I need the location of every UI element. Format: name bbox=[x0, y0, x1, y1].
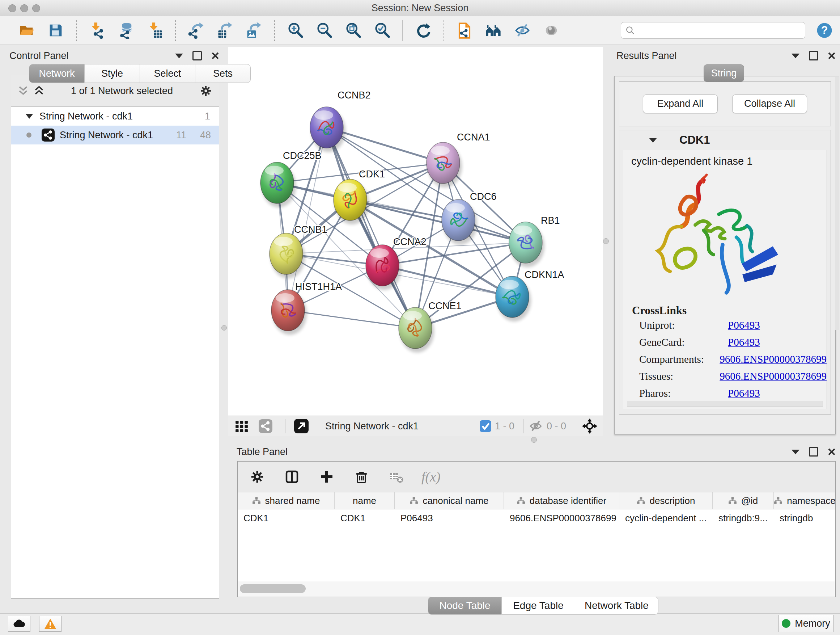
share-view-button[interactable] bbox=[256, 417, 275, 435]
network-edge-CCNB2-CCNE1[interactable] bbox=[327, 127, 415, 328]
status-bar: Memory bbox=[0, 613, 840, 635]
add-column-button[interactable] bbox=[317, 467, 336, 486]
crosslink-link[interactable]: 9606.ENSP00000378699 bbox=[720, 353, 827, 365]
network-node-CCNB2[interactable]: CCNB2 bbox=[310, 90, 371, 152]
crosslink-link[interactable]: P06493 bbox=[728, 319, 760, 331]
memory-button[interactable]: Memory bbox=[778, 615, 834, 632]
tab-style[interactable]: Style bbox=[85, 64, 140, 83]
zoom-fit-button[interactable] bbox=[344, 21, 363, 40]
zoom-in-button[interactable] bbox=[286, 21, 305, 40]
selected-checkbox-icon[interactable] bbox=[480, 420, 491, 432]
network-node-CCNB1[interactable]: CCNB1 bbox=[270, 224, 327, 279]
scrollbar-thumb[interactable] bbox=[240, 584, 306, 593]
collapse-all-icon[interactable] bbox=[34, 86, 44, 96]
column-header-database-identifier[interactable]: database identifier bbox=[504, 492, 619, 509]
section-collapse-icon[interactable] bbox=[649, 138, 657, 143]
delete-column-button[interactable] bbox=[352, 467, 371, 486]
export-table-button[interactable] bbox=[216, 21, 234, 40]
zoom-out-button[interactable] bbox=[315, 21, 333, 40]
tab-network-table[interactable]: Network Table bbox=[575, 597, 658, 615]
network-node-CCNE1[interactable]: CCNE1 bbox=[399, 301, 462, 353]
column-header-@id[interactable]: @id bbox=[713, 492, 774, 509]
refresh-button[interactable] bbox=[414, 21, 433, 40]
warning-icon bbox=[44, 618, 57, 630]
tab-edge-table[interactable]: Edge Table bbox=[502, 597, 575, 615]
expand-all-button[interactable]: Expand All bbox=[643, 95, 718, 113]
network-edge-HIST1H1A-CCNE1[interactable] bbox=[288, 310, 415, 328]
cloud-icon bbox=[13, 619, 26, 629]
hidden-eye-icon[interactable] bbox=[529, 419, 543, 433]
save-session-button[interactable] bbox=[46, 21, 65, 40]
network-node-RB1[interactable]: RB1 bbox=[509, 215, 560, 267]
table-settings-button[interactable] bbox=[248, 467, 267, 486]
gene-section-header[interactable]: CDK1 bbox=[619, 130, 831, 150]
close-panel-icon[interactable] bbox=[828, 52, 836, 60]
horizontal-splitter-handle[interactable] bbox=[531, 437, 537, 443]
control-panel: Control Panel NetworkStyleSelectSets 1 o… bbox=[2, 47, 224, 613]
table-cell: CDK1 bbox=[335, 509, 395, 527]
import-network-from-file-button[interactable] bbox=[88, 21, 106, 40]
gear-icon[interactable] bbox=[199, 84, 212, 97]
network-collection-row[interactable]: String Network - cdk1 1 bbox=[11, 107, 219, 126]
grid-view-button[interactable] bbox=[232, 417, 251, 435]
global-search-field[interactable] bbox=[621, 22, 805, 39]
left-splitter-handle[interactable] bbox=[221, 325, 227, 331]
tab-network[interactable]: Network bbox=[29, 64, 85, 83]
expand-all-icon[interactable] bbox=[18, 86, 28, 96]
close-panel-icon[interactable] bbox=[828, 448, 836, 456]
column-header-canonical-name[interactable]: canonical name bbox=[395, 492, 504, 509]
column-header-shared-name[interactable]: shared name bbox=[238, 492, 335, 509]
float-panel-icon[interactable] bbox=[809, 51, 818, 60]
tree-expand-icon[interactable] bbox=[26, 114, 33, 119]
column-header-description[interactable]: description bbox=[619, 492, 713, 509]
network-node-CCNA2[interactable]: CCNA2 bbox=[366, 236, 426, 290]
results-vscrollbar[interactable] bbox=[835, 76, 839, 330]
panel-menu-icon[interactable] bbox=[791, 450, 799, 454]
network-node-HIST1H1A[interactable]: HIST1H1A bbox=[271, 281, 342, 335]
open-session-button[interactable] bbox=[17, 21, 36, 40]
float-panel-icon[interactable] bbox=[193, 51, 202, 60]
tab-node-table[interactable]: Node Table bbox=[428, 597, 502, 615]
split-table-button[interactable] bbox=[283, 467, 302, 486]
table-hscrollbar[interactable] bbox=[238, 581, 835, 596]
search-input[interactable] bbox=[635, 25, 805, 36]
zoom-selected-button[interactable] bbox=[373, 21, 392, 40]
panel-menu-icon[interactable] bbox=[791, 54, 799, 58]
crosslink-link[interactable]: 9606.ENSP00000378699 bbox=[720, 371, 827, 382]
results-hscrollbar[interactable] bbox=[627, 401, 823, 407]
tab-sets[interactable]: Sets bbox=[195, 64, 251, 83]
network-node-CCNA1[interactable]: CCNA1 bbox=[426, 132, 490, 187]
export-network-button[interactable] bbox=[187, 21, 205, 40]
delete-table-button[interactable] bbox=[387, 467, 406, 486]
network-node-CDKN1A[interactable]: CDKN1A bbox=[496, 269, 564, 321]
import-table-from-file-button[interactable] bbox=[145, 21, 164, 40]
fit-selected-button[interactable] bbox=[580, 417, 599, 435]
collapse-all-button[interactable]: Collapse All bbox=[732, 95, 807, 113]
show-panels-button[interactable] bbox=[542, 21, 561, 40]
close-panel-icon[interactable] bbox=[211, 52, 219, 60]
cloud-button[interactable] bbox=[8, 616, 30, 632]
detach-view-button[interactable] bbox=[292, 417, 311, 435]
network-snapshot-button[interactable] bbox=[455, 21, 474, 40]
import-network-from-database-button[interactable] bbox=[117, 21, 135, 40]
warning-button[interactable] bbox=[39, 616, 62, 632]
float-panel-icon[interactable] bbox=[809, 447, 818, 456]
crosslink-link[interactable]: P06493 bbox=[728, 387, 760, 399]
network-row[interactable]: String Network - cdk1 11 48 bbox=[11, 126, 219, 144]
hide-panels-button[interactable] bbox=[513, 21, 532, 40]
right-splitter-handle[interactable] bbox=[603, 238, 609, 244]
apply-function-button[interactable]: f(x) bbox=[422, 469, 441, 485]
network-canvas[interactable]: CCNB2CCNA1CDC25BCDK1CDC6RB1CCNB1CCNA2CDK… bbox=[228, 47, 603, 416]
export-image-button[interactable] bbox=[245, 21, 264, 40]
network-edge-CCNA2-CDKN1A[interactable] bbox=[382, 265, 512, 297]
help-button[interactable]: ? bbox=[815, 21, 834, 41]
table-row[interactable]: CDK1CDK1P064939606.ENSP00000378699cyclin… bbox=[238, 509, 835, 527]
tab-select[interactable]: Select bbox=[140, 64, 195, 83]
column-header-namespace[interactable]: namespace bbox=[774, 492, 836, 509]
control-panel-title: Control Panel bbox=[9, 50, 69, 62]
column-header-name[interactable]: name bbox=[335, 492, 395, 509]
tab-string[interactable]: String bbox=[704, 65, 744, 82]
crosslink-link[interactable]: P06493 bbox=[728, 336, 760, 348]
panel-menu-icon[interactable] bbox=[175, 54, 183, 58]
birds-eye-view-button[interactable] bbox=[484, 21, 503, 40]
